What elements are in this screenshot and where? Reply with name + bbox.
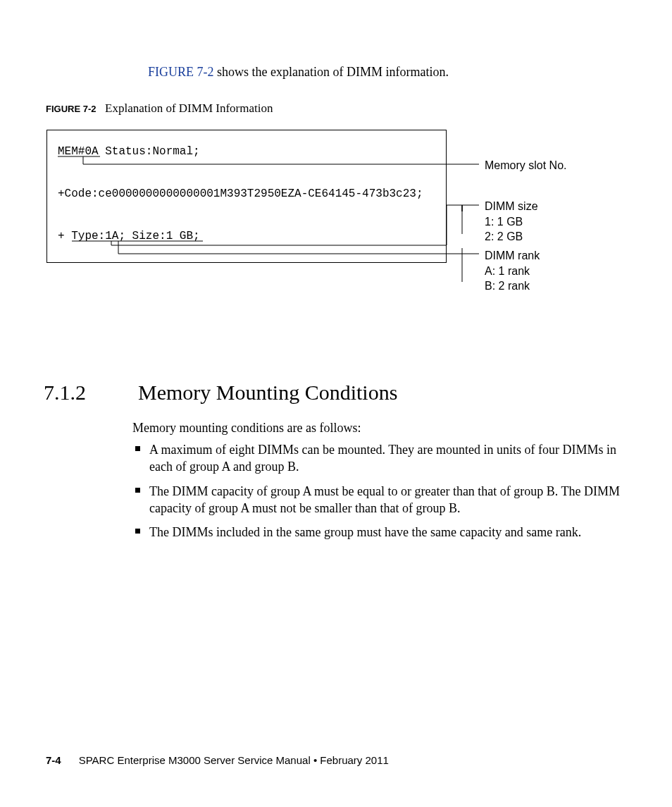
footer-title: SPARC Enterprise M3000 Server Service Ma… (79, 754, 389, 766)
section-title: Memory Mounting Conditions (138, 381, 397, 405)
list-item-text: The DIMM capacity of group A must be equ… (149, 484, 620, 515)
section-heading: 7.1.2 Memory Mounting Conditions (44, 381, 628, 405)
code-line-3: + Type:1A; Size:1 GB; (58, 230, 200, 242)
intro-rest: shows the explanation of DIMM informatio… (214, 65, 449, 79)
intro-line: FIGURE 7-2 shows the explanation of DIMM… (148, 65, 449, 80)
list-item: The DIMM capacity of group A must be equ… (132, 483, 626, 517)
figure-link[interactable]: FIGURE 7-2 (148, 65, 214, 79)
list-item: The DIMMs included in the same group mus… (132, 524, 626, 541)
footer: 7-4 SPARC Enterprise M3000 Server Servic… (46, 754, 389, 766)
callout-dimm-rank: DIMM rank A: 1 rank B: 2 rank (485, 248, 540, 294)
figure-caption-text: Explanation of DIMM Information (105, 101, 273, 115)
callout-memory-slot: Memory slot No. (485, 158, 566, 173)
list-item-text: A maximum of eight DIMMs can be mounted.… (149, 443, 616, 474)
footer-page-number: 7-4 (46, 754, 61, 766)
code-line-1: MEM#0A Status:Normal; (58, 145, 200, 158)
section-number: 7.1.2 (44, 381, 86, 405)
figure-caption: FIGURE 7-2 Explanation of DIMM Informati… (46, 101, 273, 116)
list-item-text: The DIMMs included in the same group mus… (149, 525, 581, 539)
figure-caption-label: FIGURE 7-2 (46, 104, 97, 114)
callout-dimm-size: DIMM size 1: 1 GB 2: 2 GB (485, 199, 538, 245)
list-item: A maximum of eight DIMMs can be mounted.… (132, 441, 626, 476)
bullet-list: A maximum of eight DIMMs can be mounted.… (132, 441, 626, 548)
page: FIGURE 7-2 shows the explanation of DIMM… (0, 0, 672, 807)
code-line-2: +Code:ce0000000000000001M393T2950EZA-CE6… (58, 187, 423, 200)
section-intro: Memory mounting conditions are as follow… (132, 419, 626, 436)
